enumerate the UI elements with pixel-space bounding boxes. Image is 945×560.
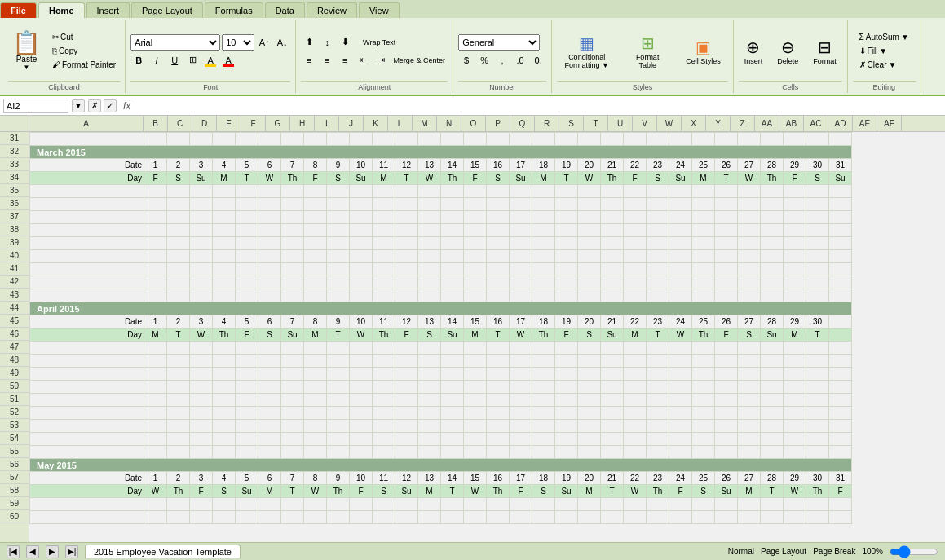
empty-cell[interactable]: [647, 355, 669, 368]
empty-cell[interactable]: [715, 368, 738, 381]
empty-cell[interactable]: [213, 224, 236, 237]
empty-cell[interactable]: [327, 381, 350, 394]
date-value-cell[interactable]: 20: [578, 472, 601, 485]
empty-cell[interactable]: [441, 355, 464, 368]
empty-cell[interactable]: [715, 263, 738, 276]
col-header-B[interactable]: B: [144, 116, 168, 131]
empty-cell[interactable]: [578, 263, 601, 276]
empty-cell[interactable]: [464, 289, 487, 302]
date-value-cell[interactable]: 15: [464, 315, 487, 329]
empty-cell[interactable]: [555, 263, 578, 276]
empty-cell[interactable]: [578, 498, 601, 511]
empty-cell[interactable]: [304, 133, 327, 146]
empty-cell[interactable]: [395, 498, 418, 511]
date-value-cell[interactable]: 7: [281, 472, 304, 485]
empty-cell[interactable]: [806, 289, 829, 302]
date-value-cell[interactable]: 2: [167, 159, 190, 172]
empty-cell[interactable]: [190, 289, 213, 302]
empty-cell[interactable]: [464, 185, 487, 198]
empty-cell[interactable]: [738, 224, 761, 237]
empty-cell[interactable]: [601, 446, 624, 459]
empty-cell[interactable]: [487, 498, 510, 511]
empty-cell[interactable]: [213, 289, 236, 302]
empty-cell[interactable]: [281, 133, 304, 146]
empty-cell[interactable]: [167, 263, 190, 276]
empty-cell[interactable]: [601, 342, 624, 355]
empty-cell[interactable]: [258, 511, 281, 524]
empty-cell[interactable]: [555, 342, 578, 355]
empty-cell[interactable]: [418, 198, 441, 211]
empty-cell[interactable]: [213, 342, 236, 355]
empty-cell[interactable]: [761, 289, 784, 302]
empty-cell[interactable]: [692, 511, 715, 524]
date-value-cell[interactable]: 29: [784, 472, 806, 485]
empty-cell[interactable]: [418, 342, 441, 355]
empty-cell[interactable]: [806, 433, 829, 446]
empty-cell[interactable]: [418, 211, 441, 224]
formula-input[interactable]: [137, 99, 942, 113]
date-value-cell[interactable]: 6: [258, 472, 281, 485]
empty-cell[interactable]: [258, 133, 281, 146]
day-value-cell[interactable]: W: [784, 485, 806, 498]
empty-cell[interactable]: [190, 250, 213, 263]
empty-cell[interactable]: [601, 511, 624, 524]
empty-cell[interactable]: [281, 420, 304, 433]
empty-cell[interactable]: [258, 368, 281, 381]
empty-cell[interactable]: [167, 289, 190, 302]
empty-cell[interactable]: [258, 276, 281, 289]
empty-cell[interactable]: [647, 511, 669, 524]
empty-cell[interactable]: [647, 133, 669, 146]
day-value-cell[interactable]: F: [304, 172, 327, 185]
empty-cell[interactable]: [464, 276, 487, 289]
sheet-tab[interactable]: 2015 Employee Vacation Template: [85, 545, 241, 558]
empty-cell[interactable]: [601, 420, 624, 433]
empty-cell[interactable]: [167, 355, 190, 368]
align-middle-button[interactable]: ↕: [319, 34, 335, 51]
empty-cell[interactable]: [327, 250, 350, 263]
date-value-cell[interactable]: 5: [236, 472, 258, 485]
empty-cell[interactable]: [441, 224, 464, 237]
empty-cell[interactable]: [624, 224, 647, 237]
empty-cell[interactable]: [761, 211, 784, 224]
date-value-cell[interactable]: 25: [692, 472, 715, 485]
date-value-cell[interactable]: 26: [715, 159, 738, 172]
empty-cell[interactable]: [624, 407, 647, 420]
day-value-cell[interactable]: Th: [806, 485, 829, 498]
empty-cell[interactable]: [441, 511, 464, 524]
col-header-AE[interactable]: AE: [853, 116, 877, 131]
day-value-cell[interactable]: F: [395, 329, 418, 342]
empty-cell[interactable]: [555, 433, 578, 446]
empty-cell[interactable]: [304, 394, 327, 407]
empty-cell[interactable]: [806, 185, 829, 198]
empty-cell[interactable]: [692, 224, 715, 237]
empty-cell[interactable]: [395, 394, 418, 407]
day-value-cell[interactable]: T: [441, 485, 464, 498]
cell-reference-input[interactable]: [3, 99, 68, 113]
col-header-AF[interactable]: AF: [877, 116, 902, 131]
decimal-decrease-button[interactable]: 0.: [530, 52, 546, 68]
empty-cell[interactable]: [510, 368, 532, 381]
empty-cell[interactable]: [624, 250, 647, 263]
day-value-cell[interactable]: M: [692, 172, 715, 185]
empty-cell[interactable]: [190, 198, 213, 211]
empty-cell[interactable]: [761, 446, 784, 459]
empty-cell[interactable]: [418, 381, 441, 394]
empty-cell[interactable]: [555, 498, 578, 511]
date-value-cell[interactable]: 12: [395, 159, 418, 172]
fill-button[interactable]: ⬇ Fill ▼: [855, 45, 913, 57]
empty-cell[interactable]: [327, 420, 350, 433]
empty-cell[interactable]: [669, 420, 692, 433]
empty-cell[interactable]: [213, 368, 236, 381]
empty-cell[interactable]: [304, 263, 327, 276]
indent-increase-button[interactable]: ⇥: [373, 52, 389, 68]
empty-cell[interactable]: [784, 185, 806, 198]
day-value-cell[interactable]: M: [213, 172, 236, 185]
empty-a-cell[interactable]: [30, 420, 144, 433]
clear-button[interactable]: ✗ Clear ▼: [855, 59, 913, 71]
normal-view[interactable]: Normal: [728, 547, 754, 556]
col-header-Y[interactable]: Y: [706, 116, 731, 131]
empty-cell[interactable]: [418, 276, 441, 289]
empty-cell[interactable]: [692, 446, 715, 459]
empty-cell[interactable]: [669, 355, 692, 368]
empty-cell[interactable]: [784, 433, 806, 446]
